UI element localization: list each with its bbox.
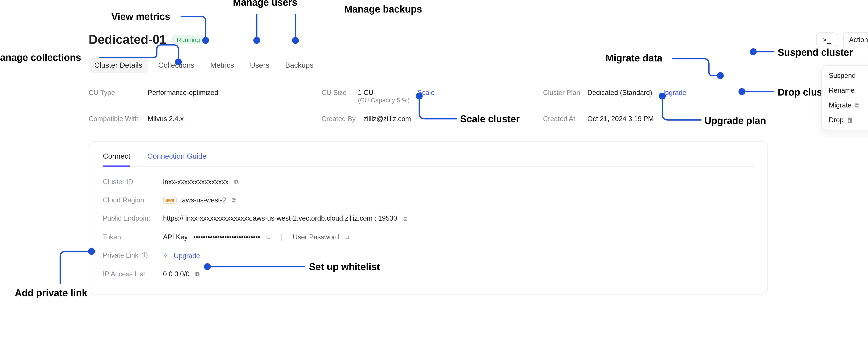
callout-add-private-link: Add private link	[15, 288, 87, 299]
callout-view-metrics: View metrics	[111, 11, 170, 23]
cli-button[interactable]: >_	[816, 32, 837, 47]
tab-metrics[interactable]: Metrics	[205, 57, 240, 73]
value-cluster-id: inxx-xxxxxxxxxxxxxxx	[163, 178, 228, 186]
cluster-info-grid: CU Type Performance-optimized CU Size 1 …	[89, 89, 868, 123]
tab-users[interactable]: Users	[244, 57, 275, 73]
external-link-icon[interactable]: ⧉	[345, 233, 349, 240]
value-ip-access-list: 0.0.0.0/0	[163, 270, 190, 278]
label-ip-access-list: IP Access List	[103, 270, 157, 278]
copy-icon[interactable]: ⧉	[266, 233, 270, 240]
token-kind: API Key	[163, 233, 188, 241]
trash-icon: 🗑	[847, 117, 853, 123]
actions-menu: Suspend Rename Migrate ⧉ Drop 🗑	[822, 65, 868, 130]
terminal-icon: >_	[823, 36, 831, 44]
label-cluster-plan: Cluster Plan	[543, 89, 583, 97]
token-userpass[interactable]: User:Password	[293, 233, 339, 241]
label-public-endpoint: Public Endpoint	[103, 214, 157, 222]
conn-tab-guide[interactable]: Connection Guide	[147, 152, 207, 166]
tab-backups[interactable]: Backups	[279, 57, 319, 73]
conn-tab-connect[interactable]: Connect	[103, 152, 130, 166]
private-link-upgrade[interactable]: Upgrade	[174, 252, 200, 260]
label-created-by: Created By	[321, 115, 359, 123]
value-cu-size: 1 CU (CU Capacity 5 %)	[358, 89, 410, 104]
value-compatible-with: Milvus 2.4.x	[148, 115, 184, 123]
info-icon[interactable]: ⓘ	[142, 252, 148, 259]
copy-icon[interactable]: ⧉	[234, 178, 239, 186]
label-compatible-with: Compatible With	[89, 115, 143, 123]
connection-card: Connect Connection Guide Cluster ID inxx…	[89, 141, 768, 294]
external-link-icon: ⧉	[855, 102, 860, 109]
label-cu-size: CU Size	[321, 89, 353, 97]
label-cloud-region: Cloud Region	[103, 196, 157, 204]
label-cu-type: CU Type	[89, 89, 143, 97]
value-created-by: zilliz@zilliz.com	[364, 115, 411, 123]
menu-item-migrate[interactable]: Migrate ⧉	[822, 98, 868, 113]
callout-manage-users: Manage users	[233, 0, 297, 8]
label-token: Token	[103, 233, 157, 241]
label-created-at: Created At	[543, 115, 583, 123]
callout-manage-backups: Manage backups	[344, 4, 422, 16]
menu-item-rename[interactable]: Rename	[822, 83, 868, 98]
callout-manage-collections: Manage collections	[0, 52, 81, 64]
label-cluster-id: Cluster ID	[103, 178, 157, 186]
copy-icon[interactable]: ⧉	[232, 197, 236, 204]
aws-icon: aws	[163, 197, 177, 204]
value-public-endpoint: https:// inxx-xxxxxxxxxxxxxxx.aws-us-wes…	[163, 214, 397, 222]
value-created-at: Oct 21, 2024 3:19 PM	[587, 115, 654, 123]
cluster-tabs: Cluster Details Collections Metrics User…	[89, 57, 868, 73]
copy-icon[interactable]: ⧉	[403, 215, 407, 222]
token-masked: ••••••••••••••••••••••••••••	[193, 233, 260, 241]
menu-item-drop[interactable]: Drop 🗑	[822, 113, 868, 127]
external-link-icon[interactable]: ⧉	[195, 270, 200, 278]
value-cluster-plan: Dedicated (Standard)	[587, 89, 652, 97]
tab-cluster-details[interactable]: Cluster Details	[89, 57, 148, 73]
value-cu-type: Performance-optimized	[148, 89, 218, 97]
status-badge: Running	[172, 35, 205, 45]
label-private-link: Private Link ⓘ	[103, 251, 157, 260]
actions-button[interactable]: Actions ▾	[843, 32, 868, 47]
gem-icon: ✧	[163, 252, 168, 259]
value-cloud-region: aws-us-west-2	[182, 196, 226, 204]
menu-item-suspend[interactable]: Suspend	[822, 68, 868, 83]
cluster-name: Dedicated-01	[89, 32, 166, 47]
